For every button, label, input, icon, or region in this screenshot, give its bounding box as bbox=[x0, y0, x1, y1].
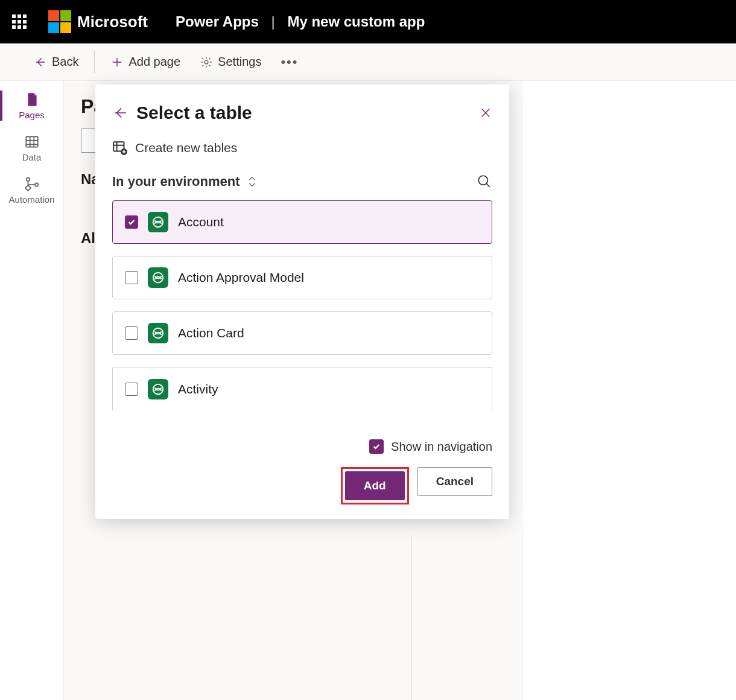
rail-item-pages[interactable]: Pages bbox=[3, 84, 61, 127]
add-page-button[interactable]: Add page bbox=[107, 52, 184, 71]
command-bar: Back Add page Settings ••• bbox=[0, 43, 736, 81]
app-product[interactable]: Power Apps bbox=[176, 13, 259, 30]
close-icon[interactable] bbox=[479, 106, 492, 119]
add-button[interactable]: Add bbox=[345, 471, 405, 500]
checkbox[interactable] bbox=[125, 326, 138, 340]
app-launcher-icon[interactable] bbox=[12, 14, 27, 29]
cancel-button[interactable]: Cancel bbox=[417, 467, 492, 496]
arrow-left-icon bbox=[34, 56, 47, 69]
rail-label: Pages bbox=[19, 110, 45, 120]
checkbox[interactable] bbox=[125, 271, 138, 284]
table-row[interactable]: Activity bbox=[112, 367, 492, 410]
svg-point-4 bbox=[34, 183, 37, 186]
global-header: Microsoft Power Apps | My new custom app bbox=[0, 0, 736, 43]
svg-point-10 bbox=[153, 328, 163, 339]
settings-label: Settings bbox=[218, 55, 261, 69]
table-row[interactable]: Account bbox=[112, 200, 492, 244]
highlight-annotation: Add bbox=[341, 467, 409, 504]
search-icon[interactable] bbox=[477, 174, 492, 189]
app-breadcrumb: Power Apps | My new custom app bbox=[176, 13, 425, 30]
dialog-title: Select a table bbox=[136, 103, 471, 123]
select-table-dialog: Select a table Create new tables In your… bbox=[95, 84, 509, 519]
create-new-tables-button[interactable]: Create new tables bbox=[112, 140, 492, 156]
flow-icon bbox=[24, 176, 40, 192]
svg-point-2 bbox=[26, 177, 29, 180]
checkbox[interactable] bbox=[369, 439, 384, 454]
settings-button[interactable]: Settings bbox=[196, 52, 265, 71]
rail-label: Automation bbox=[9, 194, 55, 205]
dialog-footer: Add Cancel bbox=[112, 467, 492, 504]
microsoft-logo-icon bbox=[48, 10, 71, 33]
dataverse-table-icon bbox=[148, 323, 168, 343]
page-icon bbox=[24, 92, 40, 107]
svg-point-8 bbox=[153, 217, 163, 228]
table-icon bbox=[24, 134, 40, 150]
env-label: In your environment bbox=[112, 174, 240, 189]
sort-icon bbox=[247, 175, 258, 188]
svg-point-9 bbox=[153, 273, 163, 283]
environment-filter[interactable]: In your environment bbox=[112, 174, 492, 189]
ellipsis-icon: ••• bbox=[281, 54, 298, 70]
svg-rect-3 bbox=[25, 185, 30, 190]
rail-item-data[interactable]: Data bbox=[3, 127, 61, 169]
show-in-nav-option[interactable]: Show in navigation bbox=[112, 439, 492, 454]
checkbox[interactable] bbox=[125, 383, 138, 396]
table-row[interactable]: Action Approval Model bbox=[112, 256, 492, 299]
create-new-label: Create new tables bbox=[135, 141, 237, 155]
table-list: Account Action Approval Model Action Car… bbox=[112, 200, 492, 437]
table-name: Action Approval Model bbox=[178, 270, 304, 285]
show-in-nav-label: Show in navigation bbox=[391, 440, 492, 454]
back-button[interactable]: Back bbox=[30, 52, 82, 71]
dataverse-table-icon bbox=[148, 379, 168, 399]
svg-point-0 bbox=[205, 60, 208, 64]
table-name: Account bbox=[178, 215, 224, 229]
add-label: Add bbox=[364, 479, 386, 492]
more-button[interactable]: ••• bbox=[277, 52, 302, 72]
breadcrumb-separator: | bbox=[271, 13, 274, 30]
svg-rect-1 bbox=[26, 136, 38, 147]
rail-label: Data bbox=[22, 152, 42, 162]
divider bbox=[94, 51, 95, 73]
preview-panel bbox=[522, 81, 736, 700]
svg-point-7 bbox=[478, 176, 487, 185]
app-title[interactable]: My new custom app bbox=[287, 13, 425, 30]
add-page-label: Add page bbox=[128, 55, 180, 69]
column-divider bbox=[411, 535, 411, 700]
gear-icon bbox=[200, 56, 213, 69]
cancel-label: Cancel bbox=[436, 475, 474, 488]
table-plus-icon bbox=[112, 140, 128, 156]
left-rail: Pages Data Automation bbox=[0, 81, 64, 700]
table-row[interactable]: Action Card bbox=[112, 311, 492, 355]
rail-item-automation[interactable]: Automation bbox=[3, 169, 61, 211]
svg-point-11 bbox=[153, 384, 163, 394]
table-name: Action Card bbox=[178, 326, 244, 340]
back-label: Back bbox=[52, 55, 78, 69]
brand-label: Microsoft bbox=[77, 13, 148, 31]
dataverse-table-icon bbox=[148, 212, 168, 232]
plus-icon bbox=[110, 56, 124, 69]
dialog-header: Select a table bbox=[112, 103, 492, 123]
dataverse-table-icon bbox=[148, 267, 168, 288]
table-name: Activity bbox=[178, 382, 218, 396]
checkbox[interactable] bbox=[125, 215, 138, 229]
dialog-back-icon[interactable] bbox=[112, 105, 128, 121]
